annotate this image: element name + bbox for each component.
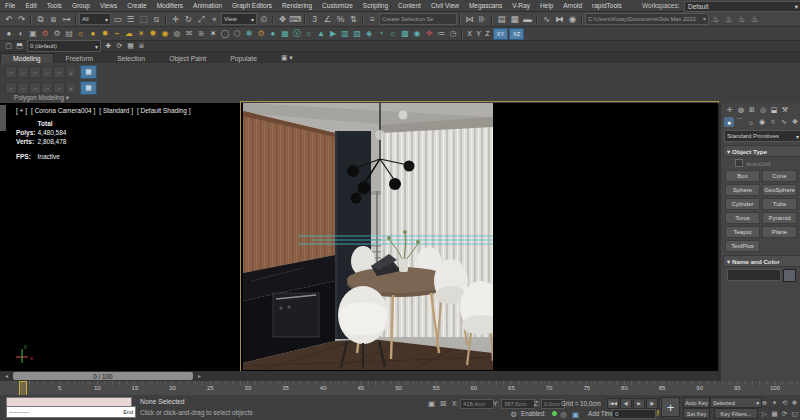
redo-icon[interactable]: ↷ xyxy=(15,13,28,25)
polygon-modeling-button[interactable]: ▱ xyxy=(29,66,41,78)
align-icon[interactable]: ⊪ xyxy=(476,13,489,25)
menu-graph-editors[interactable]: Graph Editors xyxy=(227,2,277,9)
layer-props-icon[interactable]: ≣ xyxy=(136,42,147,51)
object-type-box[interactable]: Box xyxy=(725,170,760,182)
helpers-category[interactable]: ⌗ xyxy=(768,117,778,127)
rendered-frame-icon[interactable]: ♨ xyxy=(722,13,735,25)
hex-icon[interactable]: ⬡ xyxy=(231,28,243,40)
current-frame-field[interactable]: 0 xyxy=(612,409,656,419)
use-pivot-icon[interactable]: ⊙ xyxy=(257,13,270,25)
utilities-tab[interactable]: ⚒ xyxy=(780,105,790,115)
layer-dropdown[interactable]: 0 (default) ▾ xyxy=(27,40,101,52)
select-manipulate-icon[interactable]: ✥ xyxy=(276,13,289,25)
next-frame-button[interactable]: ► xyxy=(195,372,204,380)
create-tab[interactable]: ✛ xyxy=(725,105,735,115)
menu-rendering[interactable]: Rendering xyxy=(277,2,317,9)
select-region-icon[interactable]: ⬚ xyxy=(137,13,150,25)
named-sets-icon[interactable]: ≡ xyxy=(366,13,379,25)
auto-key-button[interactable]: Auto Key xyxy=(683,397,710,408)
zoom-all-icon[interactable]: ✦ xyxy=(770,398,779,407)
scene-explorer-toggle-icon[interactable]: ▢ xyxy=(3,42,14,51)
autogrid-checkbox[interactable]: AutoGrid xyxy=(735,159,770,167)
hierarchy-tab[interactable]: ⊞ xyxy=(747,105,757,115)
object-type-cone[interactable]: Cone xyxy=(762,170,797,182)
lights-category[interactable]: ☼ xyxy=(746,117,756,127)
panel-scrollbar[interactable] xyxy=(719,103,721,381)
menu-content[interactable]: Content xyxy=(393,2,426,9)
menu-scripting[interactable]: Scripting xyxy=(358,2,393,9)
vray-grid-icon[interactable]: ▦ xyxy=(279,28,291,40)
displace-icon[interactable]: ≋ xyxy=(195,28,207,40)
select-scale-icon[interactable]: ⤢ xyxy=(195,13,208,25)
tab-modeling[interactable]: Modeling xyxy=(0,53,54,63)
schematic-view-icon[interactable]: ⧓ xyxy=(553,13,566,25)
prev-key-button[interactable]: ◀| xyxy=(620,398,632,409)
project-path-dropdown[interactable]: C:\Users\Kutay\Documents\3ds Max 2022▾ xyxy=(585,13,709,25)
light-ies-icon[interactable]: ⌁ xyxy=(111,28,123,40)
axis-constraint-x[interactable]: X xyxy=(465,30,474,37)
vray-clock-icon[interactable]: ◔ xyxy=(375,28,387,40)
previous-frame-button[interactable]: ◄ xyxy=(2,372,11,380)
sphere-gray-icon[interactable]: ◯ xyxy=(219,28,231,40)
add-to-layer-icon[interactable]: ⟳ xyxy=(114,42,125,51)
zoom-region-icon[interactable]: ✥ xyxy=(790,398,799,407)
current-frame-marker[interactable] xyxy=(19,381,27,396)
light-sky-icon[interactable]: ☁ xyxy=(123,28,135,40)
menu-animation[interactable]: Animation xyxy=(188,2,227,9)
corona-convert-icon[interactable]: ◐ xyxy=(15,28,27,40)
key-selection-dropdown[interactable]: Selected▾ xyxy=(710,397,762,408)
vray-bulb-icon[interactable]: ☼ xyxy=(387,28,399,40)
selection-filter-dropdown[interactable]: All▾ xyxy=(79,13,111,25)
polygon-modeling-button[interactable]: ▱ xyxy=(41,82,53,94)
light-sun2-icon[interactable]: ✺ xyxy=(147,28,159,40)
object-type-sphere[interactable]: Sphere xyxy=(725,184,760,196)
ribbon-mini-button[interactable]: ▴ xyxy=(66,66,76,78)
menu-megascans[interactable]: Megascans xyxy=(464,2,507,9)
named-selection-set-field[interactable]: Create Selection Se xyxy=(379,13,457,25)
polygon-modeling-button[interactable]: ▱ xyxy=(5,66,17,78)
render-production-icon[interactable]: ♨ xyxy=(735,13,748,25)
window-crossing-icon[interactable]: ⧅ xyxy=(150,13,163,25)
key-filters-button[interactable]: Key Filters... xyxy=(714,408,758,419)
vray-node-icon[interactable]: ❋ xyxy=(243,28,255,40)
viewport[interactable]: [ + ] [ Corona Camera004 ] [ Standard ] … xyxy=(0,103,718,371)
menu-help[interactable]: Help xyxy=(535,2,558,9)
tab-freeform[interactable]: Freeform xyxy=(54,54,106,63)
viewport-menu-general[interactable]: [ + ] xyxy=(16,107,27,114)
viewport-layout-tab[interactable] xyxy=(0,105,6,131)
light-target-icon[interactable]: ◉ xyxy=(159,28,171,40)
shapes-category[interactable]: ⌒ xyxy=(735,117,745,127)
menu-v-ray[interactable]: V-Ray xyxy=(507,2,535,9)
object-color-swatch[interactable] xyxy=(783,269,796,282)
ribbon-group-label[interactable]: Polygon Modeling ▾ xyxy=(14,94,69,101)
render-iterative-icon[interactable]: ♨ xyxy=(748,13,761,25)
select-layer-objects-icon[interactable]: ▦ xyxy=(125,42,136,51)
play-button[interactable]: ▶ xyxy=(633,398,645,409)
polygon-modeling-button[interactable]: ▱ xyxy=(17,66,29,78)
object-type-teapot[interactable]: Teapot xyxy=(725,226,760,238)
corona-gear-icon[interactable]: ⚙ xyxy=(39,28,51,40)
clock-icon[interactable]: ◷ xyxy=(447,28,459,40)
object-type-pyramid[interactable]: Pyramid xyxy=(762,212,797,224)
time-config-icon[interactable]: ⚙ xyxy=(508,409,519,419)
go-start-button[interactable]: |◀◀ xyxy=(607,398,619,409)
vray-box-icon[interactable]: ▧ xyxy=(351,28,363,40)
vray-gem-icon[interactable]: ◈ xyxy=(363,28,375,40)
tab-populate[interactable]: Populate xyxy=(218,54,269,63)
motion-tab[interactable]: ◎ xyxy=(758,105,768,115)
polygon-modeling-button[interactable]: ▱ xyxy=(41,66,53,78)
object-type-torus[interactable]: Torus xyxy=(725,212,760,224)
tab-object-paint[interactable]: Object Paint xyxy=(157,54,218,63)
vray-gear-icon[interactable]: ⚙ xyxy=(255,28,267,40)
maximize-viewport-icon[interactable]: ◱ xyxy=(790,409,799,418)
vray-sun-icon[interactable]: ☼ xyxy=(303,28,315,40)
object-type-plane[interactable]: Plane xyxy=(762,226,797,238)
viewport-menu-shading[interactable]: [ Default Shading ] xyxy=(137,107,190,114)
axis-plane-xy-button[interactable]: XY xyxy=(493,28,508,40)
polygon-modeling-button[interactable]: ▱ xyxy=(53,66,65,78)
undo-icon[interactable]: ↶ xyxy=(2,13,15,25)
create-layer-icon[interactable]: ✚ xyxy=(103,42,114,51)
menu-tools[interactable]: Tools xyxy=(42,2,67,9)
unlink-icon[interactable]: ⧈ xyxy=(47,13,60,25)
sun-white-icon[interactable]: ☀ xyxy=(207,28,219,40)
